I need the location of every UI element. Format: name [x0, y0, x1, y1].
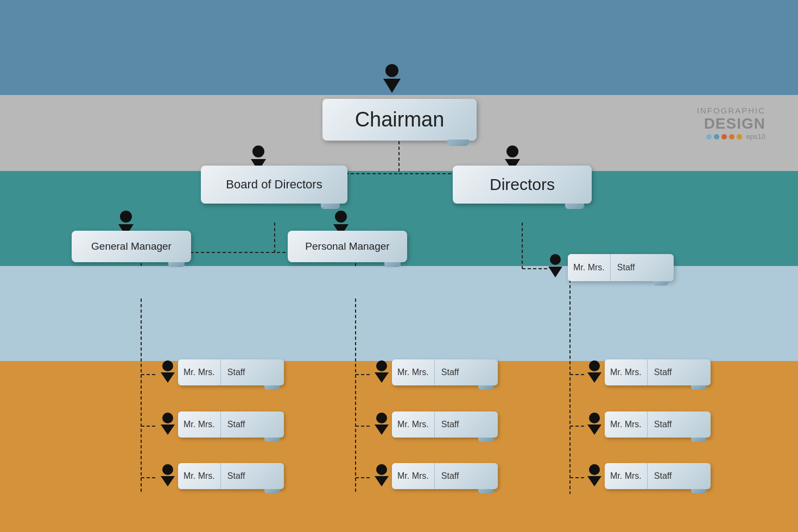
mid-staff-1-mr: Mr. Mrs.	[392, 359, 435, 385]
left-staff-2-mr: Mr. Mrs.	[178, 411, 221, 438]
right-staff-1-icon	[587, 360, 601, 383]
left-staff-3-mr: Mr. Mrs.	[178, 463, 221, 489]
left-staff-2-badge: Mr. Mrs. Staff	[178, 411, 284, 438]
right-staff-3-label: Staff	[648, 471, 679, 481]
board-label: Board of Directors	[226, 178, 322, 192]
directors-staff-icon	[548, 254, 562, 277]
chairman-head	[385, 64, 398, 77]
mid-staff-2-mr: Mr. Mrs.	[392, 411, 435, 438]
dot-3	[721, 134, 727, 140]
board-badge: Board of Directors	[201, 166, 347, 204]
mid-staff-1-icon	[375, 360, 389, 383]
right-staff-2-badge: Mr. Mrs. Staff	[605, 411, 711, 438]
right-staff-1-badge: Mr. Mrs. Staff	[605, 359, 711, 385]
mid-staff-3-mr: Mr. Mrs.	[392, 463, 435, 489]
brand-label: INFOGRAPHIC DESIGN eps10	[697, 106, 765, 140]
general-manager-badge: General Manager	[72, 231, 191, 262]
left-staff-1-label: Staff	[221, 368, 252, 377]
brand-dots: eps10	[697, 134, 765, 140]
brand-line2: DESIGN	[697, 115, 765, 132]
right-staff-2-label: Staff	[648, 420, 679, 429]
chairman-body	[383, 79, 401, 93]
right-staff-3-badge: Mr. Mrs. Staff	[605, 463, 711, 489]
brand-line3: eps10	[746, 134, 765, 140]
right-staff-1-label: Staff	[648, 368, 679, 377]
mid-staff-2-badge: Mr. Mrs. Staff	[392, 411, 498, 438]
left-staff-2-label: Staff	[221, 420, 252, 429]
chairman-icon	[383, 64, 401, 93]
general-manager-label: General Manager	[91, 240, 172, 252]
directors-badge: Directors	[453, 166, 592, 204]
dot-2	[714, 134, 719, 140]
directors-label: Directors	[490, 175, 555, 194]
left-staff-2-icon	[161, 413, 175, 435]
left-staff-3-badge: Mr. Mrs. Staff	[178, 463, 284, 489]
brand-line1: INFOGRAPHIC	[697, 106, 765, 115]
left-staff-3-label: Staff	[221, 471, 252, 481]
mid-staff-3-label: Staff	[435, 471, 466, 481]
right-staff-2-mr: Mr. Mrs.	[605, 411, 648, 438]
mid-staff-2-icon	[375, 413, 389, 435]
dot-5	[737, 134, 742, 140]
chairman-badge: Chairman	[322, 99, 477, 141]
mid-staff-1-badge: Mr. Mrs. Staff	[392, 359, 498, 385]
right-staff-3-icon	[587, 464, 601, 486]
right-staff-2-icon	[587, 413, 601, 435]
left-staff-3-icon	[161, 464, 175, 486]
directors-staff-label: Staff	[611, 263, 642, 273]
directors-staff-mr: Mr. Mrs.	[568, 254, 611, 281]
mid-staff-2-label: Staff	[435, 420, 466, 429]
mid-staff-1-label: Staff	[435, 368, 466, 377]
left-staff-1-mr: Mr. Mrs.	[178, 359, 221, 385]
left-staff-1-icon	[161, 360, 175, 383]
dot-1	[706, 134, 712, 140]
right-staff-1-mr: Mr. Mrs.	[605, 359, 648, 385]
chairman-label: Chairman	[355, 108, 445, 131]
personal-manager-badge: Personal Manager	[288, 231, 407, 262]
right-staff-3-mr: Mr. Mrs.	[605, 463, 648, 489]
dot-4	[729, 134, 734, 140]
directors-staff-badge: Mr. Mrs. Staff	[568, 254, 674, 281]
mid-staff-3-icon	[375, 464, 389, 486]
org-chart: Chairman Board of Directors Directors	[0, 0, 798, 532]
personal-manager-label: Personal Manager	[305, 240, 389, 252]
left-staff-1-badge: Mr. Mrs. Staff	[178, 359, 284, 385]
mid-staff-3-badge: Mr. Mrs. Staff	[392, 463, 498, 489]
